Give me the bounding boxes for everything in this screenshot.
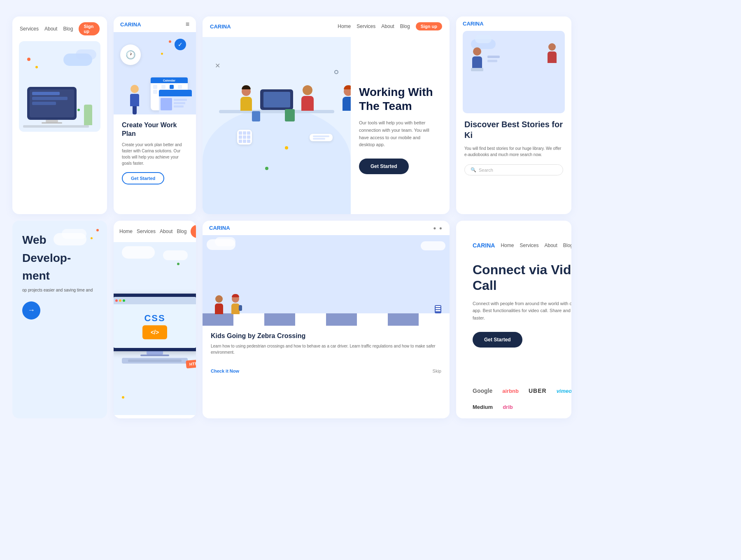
person-figure [130,85,139,114]
card3-cta-btn[interactable]: Get Started [359,159,409,174]
card-kids-zebra: CARINA ● ● [203,221,450,418]
store-illustration [159,90,192,114]
card6-services[interactable]: Services [137,229,156,234]
person-2 [343,87,351,111]
card4-text: Discover Best Stories for Ki You will fi… [456,113,571,181]
brand-medium: Medium [473,404,493,410]
cloud-z2 [215,237,235,246]
card8-content: CARINA Home Services About Blog Sign Con… [456,221,571,418]
card3-brand: CARINA [210,23,231,30]
card-working-team: CARINA Home Services About Blog Sign up [203,16,450,214]
card3-desc: Our tools will help you with better conn… [359,119,437,148]
monitor-stand [147,351,163,355]
cloud-deco-2 [62,229,86,239]
card2-brand: CARINA [120,21,141,28]
search-box[interactable]: 🔍 Search [464,164,563,175]
nav-cta-btn[interactable]: Sign up [416,22,442,30]
css-label: CSS [144,313,165,324]
nav-link-services[interactable]: Services [20,26,39,32]
search-icon: 🔍 [471,167,476,173]
card7-title: Kids Going by Zebra Crossing [211,332,441,340]
reader-1 [471,47,483,71]
card2-illustration: ✓ Calendar 🕐 [114,32,196,114]
dot-decoration-2 [161,53,163,55]
card8-brand: CARINA [473,242,495,249]
card1-nav: Services About Blog Sign up [12,16,107,41]
card7-illustration [203,235,450,326]
nav-link-about[interactable]: About [44,26,57,32]
card5-arrow-btn[interactable]: → [22,301,40,320]
dot-green [77,109,80,111]
card-hero-partial: Services About Blog Sign up [12,16,107,214]
zebra-crossing [203,313,450,326]
brand-uber: UBER [529,387,547,394]
card7-desc: Learn how to using pedestrian crossings … [211,343,441,355]
card7-nav: CARINA ● ● [203,221,450,235]
card4-desc: You will find best stories for our huge … [464,145,563,158]
card8-cta-btn[interactable]: Get Started [473,332,522,348]
cloud-z3 [421,241,445,250]
card7-checknow-btn[interactable]: Check it Now [211,369,239,373]
card8-desc: Connect with people from around the worl… [473,300,571,322]
card8-text: CARINA Home Services About Blog Sign Con… [456,221,571,418]
plant-decoration [84,105,92,125]
cloud-2 [475,35,492,43]
monitor-illustration [27,87,77,124]
book-line [487,56,500,58]
nav-home[interactable]: Home [338,23,351,29]
dot-yellow [35,66,38,68]
brand-dribbble: drib [503,404,513,410]
grid-icon [237,130,252,145]
brand-vimeo: vimeo [557,388,571,394]
card5-desc: op projects easier and saving time and [22,287,97,293]
card3-illustration: ✕ [203,37,351,214]
kid-2 [231,295,240,314]
dot-2 [91,237,93,239]
plant [285,109,295,121]
nav-services[interactable]: Services [357,23,375,29]
dot-d1 [122,396,124,399]
card2-title: Create Your Work Plan [122,121,188,138]
card3-content: ✕ Working With The Team Our tools will h… [203,16,450,214]
card-discover-books: CARINA Discover Best Stories for Ki You … [456,16,571,214]
brand-airbnb: airbnb [502,388,519,394]
card8-services[interactable]: Services [520,243,538,248]
nav-link-blog[interactable]: Blog [63,26,73,32]
card6-illustration: CSS </> HTML [114,242,196,415]
cross-deco-1: ✕ [215,62,220,70]
card8-about[interactable]: About [544,243,557,248]
bg-cloud-1 [122,246,155,259]
search-placeholder-text: Search [479,168,493,173]
card8-title: Connect via Video Call [473,262,571,294]
chat-bubble-1 [310,134,333,141]
nav-about[interactable]: About [381,23,394,29]
bg-blob [203,108,351,214]
dot-d2 [177,263,179,265]
brand-logos: Google airbnb UBER vimeo Medium drib [473,379,571,410]
card7-brand: CARINA [209,225,230,231]
dots-indicator: ● ● [433,225,443,231]
dot-orange [27,58,30,61]
card6-nav: Home Services About Blog Sign up [114,221,196,242]
card1-illustration [19,41,100,132]
nav-signup-btn[interactable]: Sign up [79,22,100,35]
clock-icon: 🕐 [120,44,141,65]
card6-blog[interactable]: Blog [177,229,186,234]
card4-illustration [463,31,565,113]
nav-blog[interactable]: Blog [400,23,410,29]
brand-google: Google [473,387,492,394]
card2-cta-btn[interactable]: Get Started [122,172,164,184]
table-top [219,110,334,113]
hamburger-icon[interactable]: ≡ [186,21,189,28]
card7-body: Kids Going by Zebra Crossing Learn how t… [203,326,450,369]
card6-home[interactable]: Home [119,229,133,234]
card6-signup[interactable]: Sign up [191,225,196,238]
card2-desc: Create your work plan better and faster … [122,142,188,166]
card8-home[interactable]: Home [501,243,514,248]
card8-nav: CARINA Home Services About Blog Sign [473,241,571,250]
card7-skip-btn[interactable]: Skip [433,369,441,373]
card8-blog[interactable]: Blog [563,243,571,248]
monitor-base [140,355,169,356]
card6-about[interactable]: About [160,229,172,234]
card4-title: Discover Best Stories for Ki [464,119,563,140]
